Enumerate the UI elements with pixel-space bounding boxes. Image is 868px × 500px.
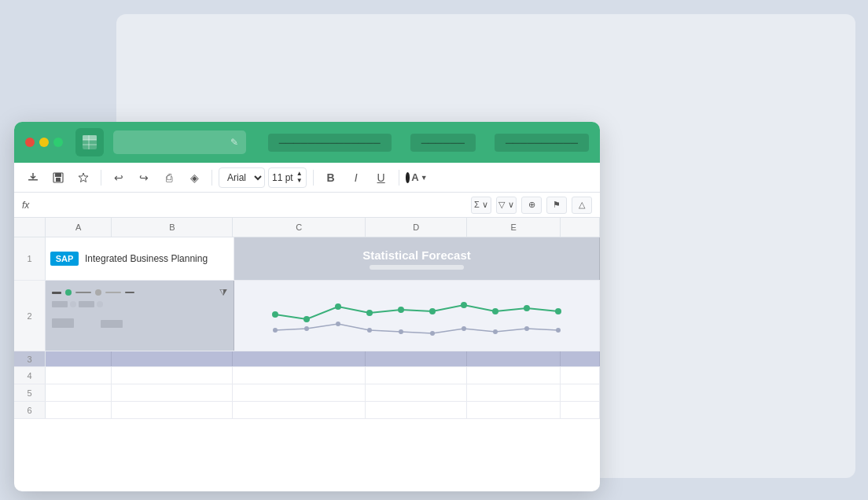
cell-3-b[interactable] [112,351,233,366]
toolbar: ↩ ↪ ⎙ ◈ Arial 11 pt ▲ ▼ B I U A ▼ [14,163,600,193]
save-button[interactable] [47,167,69,189]
3d-button[interactable]: ◈ [183,167,205,189]
svg-point-16 [461,302,467,308]
warning-button[interactable]: △ [572,197,592,214]
cell-1-cde[interactable]: Statistical Forecast [234,237,600,280]
row-num-6: 6 [14,402,46,418]
font-family-select[interactable]: Arial [219,167,265,188]
col-header-d[interactable]: D [366,218,467,237]
svg-point-20 [273,328,278,333]
close-button[interactable] [25,138,35,147]
cell-6-d[interactable] [366,402,467,418]
col-header-c[interactable]: C [233,218,366,237]
col-header-e[interactable]: E [467,218,561,237]
svg-marker-9 [79,173,88,182]
legend-bar-2 [79,301,94,307]
cell-2-ab[interactable]: ⧩ [46,281,234,351]
cell-3-d[interactable] [366,351,467,366]
export-button[interactable] [22,167,44,189]
minimize-button[interactable] [39,138,49,147]
bold-button[interactable]: B [320,167,342,189]
cell-4-a[interactable] [46,367,112,384]
cell-3-e[interactable] [467,351,561,366]
toolbar-separator-3 [313,170,314,186]
cell-5-a[interactable] [46,384,112,401]
svg-point-17 [492,308,498,314]
svg-point-10 [272,311,278,318]
print-button[interactable]: ⎙ [158,167,180,189]
nav-tab-2[interactable]: ────── [410,134,476,152]
titlebar: ✎ ────────────── ────── ────────── [14,122,600,163]
cell-1-ab[interactable]: SAP Integrated Business Planning [46,237,234,280]
svg-point-13 [366,310,373,316]
chart-svg [244,285,590,347]
font-color-label: A [411,171,418,183]
cell-4-f[interactable] [561,367,600,384]
legend-dot-gray [95,289,101,296]
font-size-down[interactable]: ▼ [296,178,303,184]
svg-point-29 [556,328,561,333]
bar-2 [76,317,98,328]
row-num-5: 5 [14,384,46,401]
svg-point-22 [336,322,340,326]
cell-4-b[interactable] [112,367,233,384]
legend-dot-sm-2 [97,301,103,307]
cell-4-e[interactable] [467,367,561,384]
stat-forecast-title: Statistical Forecast [362,248,471,262]
flag-button[interactable]: ⚑ [546,197,567,214]
cell-5-e[interactable] [467,384,561,401]
filter-button[interactable]: ▽ ∨ [496,197,517,214]
cell-5-c[interactable] [233,384,366,401]
col-header-b[interactable]: B [112,218,233,237]
font-size-value: 11 pt [272,172,293,183]
row-num-1: 1 [14,237,46,280]
cell-5-f[interactable] [561,384,600,401]
main-window: ✎ ────────────── ────── ────────── ↩ ↪ ⎙… [14,122,600,491]
text-color-button[interactable]: A ▼ [406,167,428,189]
cell-2-cde [234,281,600,351]
title-input-wrap[interactable]: ✎ [113,131,246,154]
cell-4-d[interactable] [366,367,467,384]
formula-input[interactable] [35,200,465,211]
row-num-2: 2 [14,281,46,351]
col-header-f[interactable] [561,218,600,237]
cell-3-a[interactable] [46,351,112,366]
row-2: 2 ⧩ [14,281,600,351]
font-size-up[interactable]: ▲ [296,171,303,177]
cell-6-f[interactable] [561,402,600,418]
globe-button[interactable]: ⊕ [521,197,542,214]
bar-1 [52,318,74,328]
svg-rect-8 [56,178,61,182]
toolbar-separator-1 [101,170,101,186]
cell-3-c[interactable] [233,351,366,366]
cell-4-c[interactable] [233,367,366,384]
star-button[interactable] [72,167,94,189]
italic-button[interactable]: I [345,167,367,189]
cell-3-f[interactable] [561,351,600,366]
nav-tab-3[interactable]: ────────── [495,134,589,152]
underline-button[interactable]: U [370,167,392,189]
nav-tab-1[interactable]: ────────────── [268,134,392,152]
color-dropdown-arrow[interactable]: ▼ [421,174,428,182]
spreadsheet: A B C D E 1 SAP Integrated Business Plan… [14,218,600,419]
cell-5-b[interactable] [112,384,233,401]
svg-point-23 [367,328,372,333]
cell-6-c[interactable] [233,402,366,418]
col-header-a[interactable]: A [46,218,112,237]
svg-point-12 [335,303,341,310]
cell-5-d[interactable] [366,384,467,401]
cell-6-e[interactable] [467,402,561,418]
title-input[interactable] [121,137,226,149]
legend-dot-green [65,289,72,296]
cell-6-b[interactable] [112,402,233,418]
sap-logo: SAP [50,252,79,266]
undo-button[interactable]: ↩ [108,167,130,189]
sum-button[interactable]: Σ ∨ [471,197,491,214]
redo-button[interactable]: ↪ [133,167,155,189]
maximize-button[interactable] [53,138,63,147]
row-num-3: 3 [14,351,46,366]
formula-bar: fx Σ ∨ ▽ ∨ ⊕ ⚑ △ [14,193,600,218]
svg-point-15 [429,308,436,314]
filter-icon[interactable]: ⧩ [219,287,227,298]
cell-6-a[interactable] [46,402,112,418]
